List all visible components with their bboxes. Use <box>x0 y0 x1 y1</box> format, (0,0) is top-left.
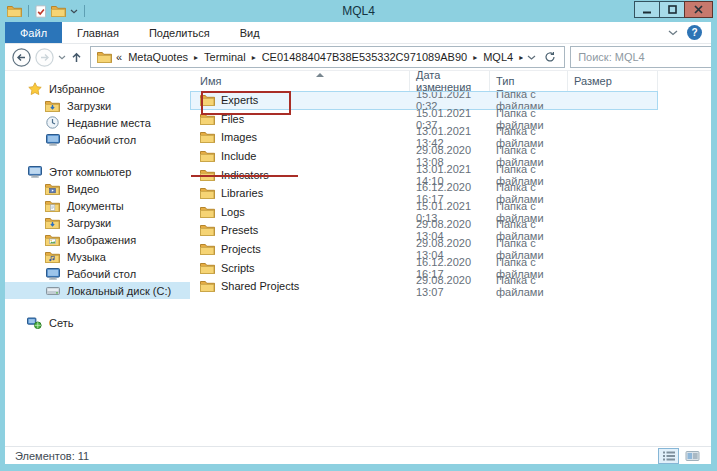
file-size <box>568 91 658 110</box>
folder-icon <box>200 206 215 218</box>
up-button[interactable] <box>70 51 83 64</box>
sidebar-item-local-disk-c[interactable]: Локальный диск (C:) <box>5 282 190 299</box>
qat-properties-button[interactable] <box>35 5 47 18</box>
file-size <box>568 221 658 240</box>
file-size <box>568 240 658 259</box>
sidebar-item-this-pc[interactable]: Этот компьютер <box>5 163 190 180</box>
close-button[interactable] <box>684 1 713 18</box>
sidebar-item-recent-places[interactable]: Недавние места <box>5 114 190 131</box>
refresh-icon[interactable] <box>544 51 556 63</box>
titlebar: MQL4 <box>0 0 717 22</box>
annotation-red-box <box>201 91 291 115</box>
folder-icon <box>200 243 215 255</box>
folder-icon <box>200 280 215 292</box>
history-chevron-icon[interactable] <box>58 55 66 60</box>
sidebar-item-pictures[interactable]: Изображения <box>5 231 190 248</box>
sidebar-item-desktop-pc[interactable]: Рабочий стол <box>5 265 190 282</box>
sidebar-item-label: Загрузки <box>67 217 111 229</box>
qat-customize-button[interactable] <box>70 9 78 14</box>
search-input[interactable] <box>578 51 712 63</box>
column-header-name[interactable]: Имя <box>190 71 410 91</box>
ribbon-collapse-chevron-icon[interactable] <box>668 30 678 36</box>
file-name-cell: Libraries <box>190 184 410 203</box>
file-name: Presets <box>221 224 258 236</box>
file-size <box>568 203 658 222</box>
table-row[interactable]: Shared Projects29.08.2020 13:07Папка с ф… <box>190 277 658 296</box>
file-size <box>568 147 658 166</box>
folder-pictures-icon <box>45 234 60 246</box>
toolbar-separator <box>28 5 29 17</box>
file-name-cell: Shared Projects <box>190 277 410 296</box>
column-header-size[interactable]: Размер <box>568 71 658 91</box>
details-view-button[interactable] <box>658 448 679 464</box>
tab-home[interactable]: Главная <box>62 22 134 43</box>
minimize-button[interactable] <box>634 1 660 18</box>
file-name: Logs <box>221 206 245 218</box>
qat-new-folder-button[interactable] <box>51 5 66 17</box>
explorer-window: MQL4 ФайлГлавнаяПоделитьсяВид ? <box>0 0 717 471</box>
sidebar-item-downloads[interactable]: Загрузки <box>5 97 190 114</box>
help-button[interactable]: ? <box>687 25 702 40</box>
file-size <box>568 110 658 129</box>
sidebar-item-label: Загрузки <box>67 100 111 112</box>
sidebar-item-downloads-pc[interactable]: Загрузки <box>5 214 190 231</box>
window-border-bottom <box>0 464 717 471</box>
sidebar-item-videos[interactable]: Видео <box>5 180 190 197</box>
breadcrumb: « MetaQuotes▸Terminal▸CE014884047B38E535… <box>116 51 523 63</box>
address-dropdown-chevron-icon[interactable] <box>527 55 536 60</box>
forward-button[interactable] <box>35 48 54 67</box>
breadcrumb-separator-icon: ▸ <box>473 53 477 62</box>
tabs: ФайлГлавнаяПоделитьсяВид <box>5 22 275 43</box>
back-button[interactable] <box>12 48 31 67</box>
main-area: ИзбранноеЗагрузкиНедавние местаРабочий с… <box>5 71 711 446</box>
tab-view[interactable]: Вид <box>225 22 275 43</box>
tab-file[interactable]: Файл <box>5 22 62 43</box>
breadcrumb-segment[interactable]: MetaQuotes <box>128 51 188 63</box>
toolbar-separator <box>84 5 85 17</box>
sidebar-item-label: Музыка <box>67 251 106 263</box>
details-view-icon <box>662 450 676 462</box>
search-box <box>570 46 717 68</box>
address-folder-icon <box>97 51 112 63</box>
sidebar-item-documents[interactable]: Документы <box>5 197 190 214</box>
file-list: ИмяДата измененияТипРазмер Experts15.01.… <box>190 71 711 446</box>
recent-places-icon <box>45 116 60 129</box>
qat-explorer-button[interactable] <box>7 5 22 17</box>
file-size <box>568 128 658 147</box>
file-date: 29.08.2020 13:07 <box>410 277 490 296</box>
breadcrumb-segment[interactable]: CE014884047B38E535332C971089AB90 <box>262 51 468 63</box>
annotation-red-strikethrough <box>191 175 298 177</box>
sidebar-item-desktop[interactable]: Рабочий стол <box>5 131 190 148</box>
tab-share[interactable]: Поделиться <box>134 22 225 43</box>
sidebar-item-label: Сеть <box>49 317 73 329</box>
computer-icon <box>27 166 42 178</box>
sidebar-item-favorites[interactable]: Избранное <box>5 80 190 97</box>
address-bar[interactable]: « MetaQuotes▸Terminal▸CE014884047B38E535… <box>90 46 565 68</box>
navigation-pane: ИзбранноеЗагрузкиНедавние местаРабочий с… <box>5 71 190 446</box>
breadcrumb-separator-icon: ▸ <box>194 53 198 62</box>
file-name-cell: Projects <box>190 240 410 259</box>
breadcrumb-segment[interactable]: MQL4 <box>483 51 513 63</box>
file-name-cell: Scripts <box>190 258 410 277</box>
file-name: Scripts <box>221 262 255 274</box>
star-icon <box>27 82 42 95</box>
folder-icon <box>7 5 22 17</box>
sidebar-item-label: Рабочий стол <box>67 134 136 146</box>
icons-view-icon <box>685 450 700 462</box>
file-name-cell: Presets <box>190 221 410 240</box>
sidebar-item-music[interactable]: Музыка <box>5 248 190 265</box>
sidebar-item-label: Локальный диск (C:) <box>67 285 171 297</box>
desktop-icon <box>45 268 60 280</box>
breadcrumb-segment[interactable]: Terminal <box>204 51 246 63</box>
file-name: Shared Projects <box>221 280 299 292</box>
maximize-button[interactable] <box>659 1 685 18</box>
file-rows: Experts15.01.2021 0:32Папка с файламиFil… <box>190 91 711 296</box>
file-name: Libraries <box>221 187 263 199</box>
desktop-icon <box>45 134 60 146</box>
caption-buttons <box>635 1 713 18</box>
breadcrumb-overflow[interactable]: « <box>116 51 122 63</box>
icons-view-button[interactable] <box>682 448 703 464</box>
sidebar-item-network[interactable]: Сеть <box>5 314 190 331</box>
view-toggle-buttons <box>658 448 707 464</box>
folder-documents-icon <box>45 200 60 212</box>
